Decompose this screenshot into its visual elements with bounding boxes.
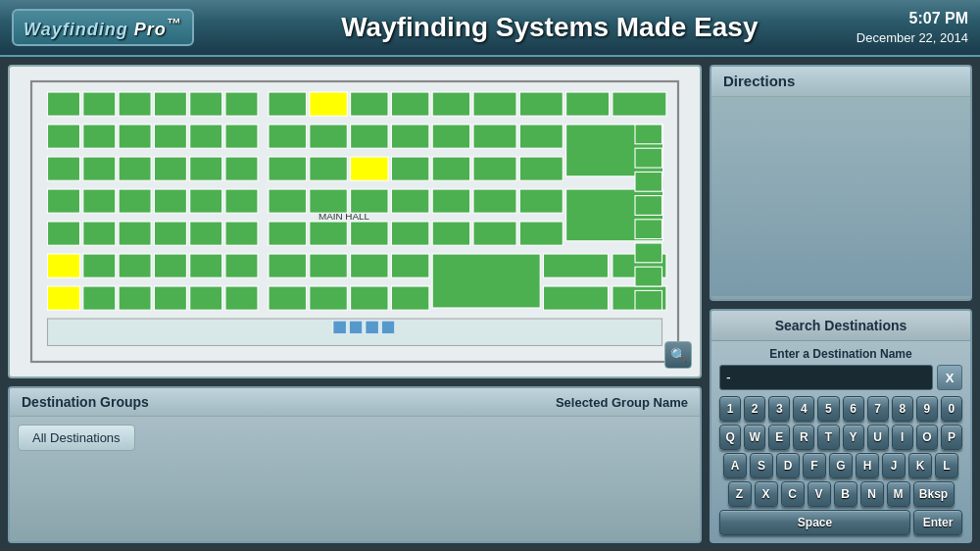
svg-rect-22 — [225, 125, 258, 148]
svg-rect-71 — [519, 222, 563, 245]
svg-rect-36 — [225, 157, 258, 180]
key-m[interactable]: M — [887, 481, 910, 507]
key-g[interactable]: G — [829, 453, 853, 478]
svg-rect-103 — [635, 148, 662, 168]
selected-group-label: Selected Group Name — [556, 395, 688, 410]
right-column: Directions Search Destinations Enter a D… — [710, 65, 972, 543]
key-enter[interactable]: Enter — [913, 510, 962, 535]
key-l[interactable]: L — [935, 453, 958, 478]
current-date: December 22, 2014 — [857, 29, 968, 47]
key-b[interactable]: B — [834, 481, 858, 507]
svg-rect-23 — [269, 125, 307, 148]
svg-rect-35 — [190, 157, 222, 180]
key-w[interactable]: W — [744, 425, 765, 450]
svg-rect-106 — [635, 220, 662, 239]
svg-rect-37 — [269, 157, 307, 180]
key-e[interactable]: E — [768, 425, 790, 450]
directions-title: Directions — [723, 73, 795, 89]
key-z[interactable]: Z — [728, 481, 752, 507]
svg-rect-11 — [391, 92, 429, 116]
search-clear-button[interactable]: X — [937, 365, 962, 390]
key-bksp[interactable]: Bksp — [913, 481, 955, 507]
map-zoom-button[interactable]: 🔍 — [664, 341, 692, 369]
key-v[interactable]: V — [808, 481, 831, 507]
key-u[interactable]: U — [867, 425, 889, 450]
svg-rect-66 — [310, 222, 348, 245]
map-container: MAIN HALL — [8, 65, 702, 378]
svg-rect-21 — [190, 125, 222, 148]
svg-rect-18 — [83, 125, 116, 148]
svg-rect-62 — [154, 222, 186, 245]
key-space[interactable]: Space — [719, 510, 910, 535]
svg-rect-87 — [119, 286, 151, 310]
search-body: Enter a Destination Name X 1234567890QWE… — [711, 341, 970, 541]
svg-rect-104 — [635, 172, 662, 191]
search-input[interactable] — [719, 365, 933, 390]
search-header: Search Destinations — [711, 311, 970, 341]
key-8[interactable]: 8 — [892, 396, 913, 422]
svg-rect-25 — [351, 125, 389, 148]
key-7[interactable]: 7 — [867, 396, 889, 422]
key-x[interactable]: X — [755, 481, 778, 507]
key-c[interactable]: C — [781, 481, 805, 507]
svg-rect-75 — [154, 254, 186, 277]
svg-rect-100 — [366, 321, 378, 333]
svg-rect-49 — [225, 189, 258, 213]
key-y[interactable]: Y — [843, 425, 864, 450]
key-n[interactable]: N — [860, 481, 884, 507]
key-p[interactable]: P — [941, 425, 962, 450]
svg-rect-70 — [473, 222, 516, 245]
key-3[interactable]: 3 — [768, 396, 790, 422]
key-5[interactable]: 5 — [817, 396, 839, 422]
svg-text:MAIN HALL: MAIN HALL — [318, 211, 370, 222]
key-2[interactable]: 2 — [744, 396, 765, 422]
key-f[interactable]: F — [803, 453, 826, 478]
svg-rect-47 — [154, 189, 186, 213]
keyboard-row-3: ZXCVBNMBksp — [719, 481, 962, 507]
key-h[interactable]: H — [856, 453, 879, 478]
svg-rect-61 — [119, 222, 151, 245]
svg-rect-78 — [269, 254, 307, 277]
svg-rect-50 — [269, 189, 307, 213]
all-destinations-button[interactable]: All Destinations — [18, 425, 135, 451]
svg-rect-105 — [635, 196, 662, 216]
svg-rect-20 — [154, 125, 186, 148]
svg-rect-27 — [432, 125, 470, 148]
key-o[interactable]: O — [916, 425, 938, 450]
key-q[interactable]: Q — [719, 425, 741, 450]
destination-groups-panel: Destination Groups Selected Group Name A… — [8, 386, 702, 543]
svg-rect-74 — [119, 254, 151, 277]
svg-rect-45 — [83, 189, 116, 213]
search-panel: Search Destinations Enter a Destination … — [710, 309, 972, 543]
key-a[interactable]: A — [723, 453, 747, 478]
key-r[interactable]: R — [793, 425, 814, 450]
svg-rect-60 — [83, 222, 116, 245]
svg-rect-34 — [154, 157, 186, 180]
key-1[interactable]: 1 — [719, 396, 741, 422]
key-6[interactable]: 6 — [843, 396, 864, 422]
keyboard-row-0: 1234567890 — [719, 396, 962, 422]
key-d[interactable]: D — [776, 453, 800, 478]
svg-rect-24 — [310, 125, 348, 148]
key-s[interactable]: S — [750, 453, 773, 478]
keyboard-row-1: QWERTYUIOP — [719, 425, 962, 450]
logo-tm: ™ — [167, 15, 182, 31]
key-t[interactable]: T — [817, 425, 839, 450]
key-k[interactable]: K — [908, 453, 932, 478]
svg-rect-12 — [432, 92, 470, 116]
svg-rect-10 — [351, 92, 389, 116]
svg-rect-64 — [225, 222, 258, 245]
svg-rect-14 — [519, 92, 563, 116]
svg-rect-52 — [351, 189, 389, 213]
key-9[interactable]: 9 — [916, 396, 938, 422]
key-i[interactable]: I — [892, 425, 913, 450]
app-title: Wayfinding Systems Made Easy — [210, 12, 890, 43]
key-4[interactable]: 4 — [793, 396, 814, 422]
svg-rect-65 — [269, 222, 307, 245]
svg-rect-108 — [635, 267, 662, 286]
key-j[interactable]: J — [882, 453, 906, 478]
svg-rect-94 — [391, 286, 429, 310]
key-0[interactable]: 0 — [941, 396, 962, 422]
svg-rect-9 — [310, 92, 348, 116]
dest-groups-title: Destination Groups — [22, 394, 149, 410]
